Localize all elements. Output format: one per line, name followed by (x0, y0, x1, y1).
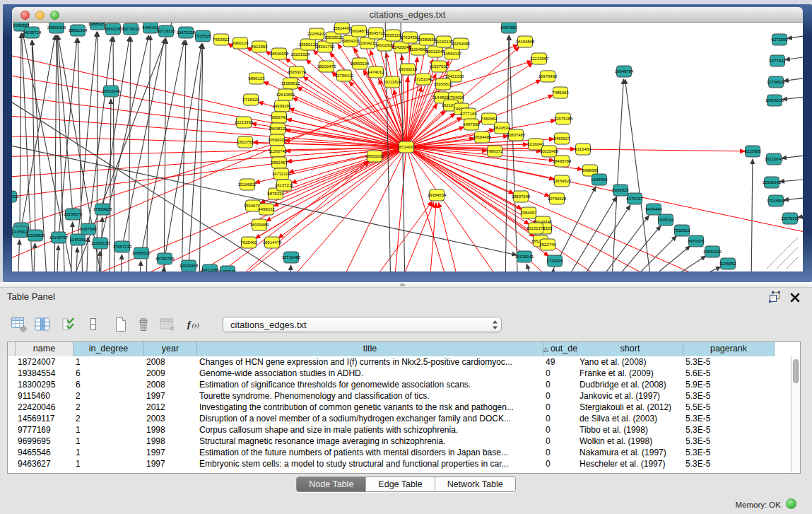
network-node[interactable]: 15692931 (763, 177, 782, 188)
network-node[interactable]: 9960124 (232, 37, 249, 49)
network-edge[interactable] (281, 147, 406, 271)
table-cell-short[interactable]: Wolkin et al. (1998) (577, 436, 683, 447)
network-edge[interactable] (397, 202, 434, 271)
column-header-pagerank[interactable]: pagerank (683, 342, 775, 356)
network-node[interactable]: 9097588 (80, 223, 97, 235)
scrollbar-thumb[interactable] (793, 359, 799, 383)
network-edge[interactable] (139, 261, 141, 271)
network-edge[interactable] (574, 205, 630, 271)
column-header-name[interactable]: name (16, 342, 73, 356)
network-edge[interactable] (122, 39, 165, 247)
table-cell-title[interactable]: Disruption of a novel member of a sodium… (197, 413, 543, 424)
table-settings-icon[interactable] (10, 315, 28, 334)
table-cell-name[interactable]: 9699695 (16, 436, 73, 447)
network-edge[interactable] (560, 197, 616, 271)
network-node[interactable]: 10653287 (104, 23, 123, 35)
table-cell-short[interactable]: Dudbridge et al. (2008) (577, 379, 683, 390)
table-row[interactable]: 1830029562008Estimation of significance … (8, 379, 800, 390)
table-cell-title[interactable]: Estimation of the future numbers of pati… (197, 447, 543, 458)
network-edge[interactable] (505, 35, 509, 271)
network-node[interactable]: 9533120 (384, 30, 401, 41)
network-edge[interactable] (164, 39, 166, 271)
table-cell-out_degree[interactable]: 0 (543, 402, 577, 413)
create-column-icon[interactable] (112, 315, 130, 334)
table-cell-year[interactable]: 2003 (144, 413, 197, 424)
network-edge[interactable] (20, 33, 21, 232)
network-node[interactable]: 16959274 (288, 66, 307, 78)
table-cell-pagerank[interactable]: 5.9E-5 (683, 379, 775, 390)
network-node[interactable]: 12213967 (530, 53, 549, 64)
table-cell-title[interactable]: Investigating the contribution of common… (197, 402, 543, 413)
table-cell-out_degree[interactable]: 0 (543, 413, 577, 424)
network-node[interactable]: 9892457 (271, 157, 288, 168)
network-node[interactable]: 20564486 (473, 132, 492, 143)
table-cell-title[interactable]: Structural magnetic resonance image aver… (197, 436, 543, 447)
network-node[interactable]: 16540998 (270, 48, 289, 59)
network-edge[interactable] (273, 147, 406, 206)
network-node[interactable]: 6497568 (463, 119, 480, 130)
network-edge[interactable] (97, 32, 98, 271)
table-cell-pagerank[interactable]: 5.3E-5 (683, 413, 775, 424)
network-node[interactable]: 17016504 (767, 195, 786, 206)
network-node[interactable]: 9277542 (769, 55, 786, 66)
table-cell-name[interactable]: 18300295 (16, 379, 73, 390)
network-edge[interactable] (33, 243, 35, 271)
table-cell-in_degree[interactable]: 1 (73, 458, 144, 469)
network-edge[interactable] (406, 147, 550, 196)
network-node[interactable]: 17251042 (414, 74, 433, 85)
table-cell-title[interactable]: Genome-wide association studies in ADHD. (197, 368, 543, 379)
network-node[interactable]: 4498222 (258, 204, 275, 215)
network-node[interactable]: 18951304 (69, 25, 88, 36)
network-edge[interactable] (779, 178, 803, 182)
network-edge[interactable] (330, 53, 406, 147)
network-edge[interactable] (406, 147, 563, 271)
network-edge[interactable] (509, 35, 518, 271)
table-cell-year[interactable]: 2008 (144, 379, 197, 390)
network-edge[interactable] (625, 79, 652, 271)
network-node[interactable]: 12505135 (91, 238, 110, 249)
table-cell-in_degree[interactable]: 2 (73, 402, 144, 413)
network-node[interactable]: 9272550 (771, 34, 788, 45)
network-node[interactable]: 9465546 (219, 266, 236, 271)
table-cell-out_degree[interactable]: 49 (543, 356, 577, 368)
network-node[interactable]: 16648784 (615, 66, 634, 77)
table-cell-in_degree[interactable]: 6 (73, 368, 144, 379)
network-node[interactable]: 16853104 (351, 58, 370, 69)
network-edge[interactable] (385, 23, 391, 271)
network-node[interactable]: 2087682 (500, 23, 517, 33)
delete-table-icon[interactable] (158, 315, 177, 334)
table-cell-in_degree[interactable]: 2 (73, 390, 144, 402)
table-row[interactable]: 1456911722003Disruption of a novel membe… (8, 413, 800, 424)
tab-network-table[interactable]: Network Table (435, 477, 515, 491)
network-node[interactable]: 20891406 (47, 23, 66, 33)
show-columns-icon[interactable] (33, 315, 52, 334)
network-node[interactable]: 12750412 (335, 70, 354, 81)
network-node[interactable]: 10403190 (765, 95, 784, 106)
table-cell-year[interactable]: 2009 (144, 368, 197, 379)
network-edge[interactable] (290, 265, 291, 271)
table-cell-short[interactable]: Hescheler et al. (1997) (577, 458, 683, 469)
network-node[interactable]: 16099489 (250, 219, 269, 230)
float-panel-icon[interactable] (768, 291, 781, 303)
network-node[interactable]: 18045721 (367, 28, 386, 39)
table-cell-out_degree[interactable]: 0 (543, 390, 577, 402)
network-node[interactable]: 18495784 (553, 156, 572, 167)
close-window-icon[interactable] (20, 11, 30, 20)
column-header-title[interactable]: title (197, 342, 543, 356)
network-node[interactable]: 2522740 (539, 239, 556, 250)
table-cell-title[interactable]: Tourette syndrome. Phenomenology and cla… (197, 390, 543, 402)
network-node[interactable]: 16137211 (275, 180, 294, 191)
table-cell-title[interactable]: Embryonic stem cells: a model to study s… (197, 458, 543, 469)
table-cell-year[interactable]: 1998 (144, 436, 197, 447)
table-cell-short[interactable]: Nakamura et al. (1997) (577, 447, 683, 458)
table-row[interactable]: 1938455462009Genome-wide association stu… (8, 368, 800, 379)
network-edge[interactable] (785, 55, 803, 59)
network-edge[interactable] (12, 136, 406, 147)
table-cell-name[interactable]: 18724007 (16, 356, 73, 368)
network-node[interactable]: 11283741 (269, 146, 288, 157)
function-builder-icon[interactable]: f(x) (186, 315, 204, 334)
column-header-in_degree[interactable]: in_degree (73, 342, 144, 356)
network-node[interactable]: 6179197 (626, 193, 643, 204)
table-cell-pagerank[interactable]: 5.3E-5 (683, 424, 775, 436)
close-panel-icon[interactable] (789, 291, 801, 303)
